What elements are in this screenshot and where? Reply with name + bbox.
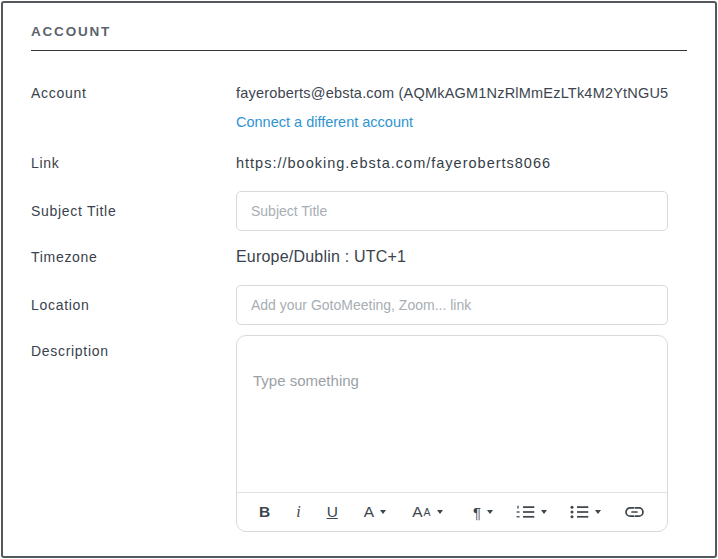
timezone-label: Timezone bbox=[31, 249, 236, 265]
chevron-down-icon bbox=[541, 510, 547, 514]
description-editor: Type something B i U A bbox=[236, 335, 668, 532]
ordered-list-button[interactable] bbox=[516, 505, 547, 519]
font-size-button[interactable]: A A bbox=[412, 504, 442, 520]
chevron-down-icon bbox=[380, 510, 386, 514]
header-divider bbox=[31, 50, 687, 51]
subject-title-label: Subject Title bbox=[31, 203, 236, 219]
booking-link-row: Link https://booking.ebsta.com/fayerober… bbox=[31, 155, 687, 171]
chevron-down-icon bbox=[487, 510, 493, 514]
timezone-value[interactable]: Europe/Dublin : UTC+1 bbox=[236, 248, 687, 266]
description-editor-content[interactable]: Type something bbox=[237, 336, 667, 492]
account-settings-card: ACCOUNT Account fayeroberts@ebsta.com (A… bbox=[1, 1, 717, 558]
description-editor-toolbar: B i U A A A bbox=[237, 492, 667, 531]
insert-link-button[interactable] bbox=[624, 505, 645, 519]
link-icon bbox=[624, 505, 645, 519]
connect-different-account-link[interactable]: Connect a different account bbox=[236, 114, 413, 130]
ordered-list-icon bbox=[516, 505, 535, 519]
paragraph-format-button[interactable]: ¶ bbox=[473, 505, 493, 520]
italic-icon: i bbox=[296, 504, 300, 520]
underline-icon: U bbox=[327, 504, 338, 520]
chevron-down-icon bbox=[595, 510, 601, 514]
account-value: fayeroberts@ebsta.com (AQMkAGM1NzRlMmEzL… bbox=[236, 85, 687, 101]
account-label: Account bbox=[31, 85, 236, 101]
italic-button[interactable]: i bbox=[296, 504, 300, 520]
chevron-down-icon bbox=[437, 510, 443, 514]
bold-button[interactable]: B bbox=[259, 504, 270, 520]
location-input[interactable] bbox=[236, 285, 668, 325]
link-label: Link bbox=[31, 155, 236, 171]
page-title: ACCOUNT bbox=[31, 3, 687, 39]
location-label: Location bbox=[31, 297, 236, 313]
unordered-list-icon bbox=[570, 505, 589, 519]
font-size-icon: A bbox=[412, 504, 422, 520]
font-size-icon-small: A bbox=[424, 507, 431, 518]
description-row: Description Type something B i U bbox=[31, 335, 687, 532]
subject-title-input[interactable] bbox=[236, 191, 668, 231]
timezone-row: Timezone Europe/Dublin : UTC+1 bbox=[31, 248, 687, 266]
bold-icon: B bbox=[259, 504, 270, 520]
booking-link-value: https://booking.ebsta.com/fayeroberts806… bbox=[236, 155, 687, 171]
unordered-list-button[interactable] bbox=[570, 505, 601, 519]
font-color-button[interactable]: A bbox=[364, 504, 386, 520]
paragraph-icon: ¶ bbox=[473, 505, 481, 520]
font-color-icon: A bbox=[364, 504, 374, 520]
subject-title-row: Subject Title bbox=[31, 191, 687, 231]
description-label: Description bbox=[31, 335, 236, 359]
account-row: Account fayeroberts@ebsta.com (AQMkAGM1N… bbox=[31, 85, 687, 131]
underline-button[interactable]: U bbox=[327, 504, 338, 520]
location-row: Location bbox=[31, 285, 687, 325]
